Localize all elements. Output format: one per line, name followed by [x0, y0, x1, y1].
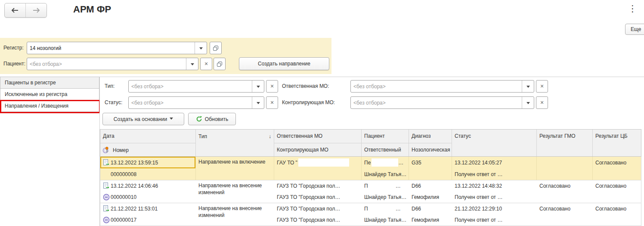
sidebar-tabs: Пациенты в регистре Исключенные из регис…	[0, 77, 99, 112]
row-resp-mo: ГАУЗ ТО "Городская пол…	[277, 183, 340, 189]
column-header-status[interactable]: Статус	[452, 130, 537, 156]
row-patient: Пе	[364, 160, 371, 166]
chevron-down-icon	[526, 86, 530, 90]
redaction-box	[298, 158, 349, 167]
patient-clear-button[interactable]: ×	[200, 58, 212, 70]
ctrl-mo-filter-dropdown-button[interactable]	[522, 97, 534, 108]
type-filter-combo	[128, 80, 264, 93]
patient-open-button[interactable]	[214, 58, 226, 70]
row-date: 13.12.2022 13:59:15	[111, 160, 158, 166]
type-filter-input[interactable]	[129, 80, 252, 92]
status-filter-label: Статус:	[105, 96, 122, 109]
row-diagnosis: G35	[412, 160, 421, 166]
ctrl-mo-filter-combo	[350, 96, 534, 109]
redaction-box	[369, 182, 396, 190]
tab-referrals-notifications[interactable]: Направления / Извещения	[0, 100, 99, 112]
row-diagnosis: D66	[412, 183, 421, 189]
column-header-mo[interactable]: Ответственная МО Контролирующая МО	[274, 130, 362, 156]
clear-icon: ×	[540, 83, 544, 89]
chevron-down-icon	[257, 86, 260, 90]
page-title: АРМ ФР	[73, 4, 111, 15]
row-result-cb: Согласовано	[595, 206, 626, 212]
back-button[interactable]	[5, 3, 25, 17]
tab-excluded-from-registry[interactable]: Исключенные из регистра	[0, 88, 99, 100]
row-diagnosis: D66	[412, 206, 421, 212]
patient-dropdown-button[interactable]	[186, 58, 198, 70]
row-result-gmo: Согласовано	[539, 183, 570, 189]
redaction-box	[369, 205, 396, 213]
row-resp-mo: ГАУ ТО "	[277, 160, 297, 166]
column-header-type[interactable]: Тип ↓	[196, 130, 274, 156]
ctrl-mo-filter-input[interactable]	[351, 97, 522, 108]
create-referral-button[interactable]: Создать направление	[239, 57, 329, 70]
row-type: Направление на внесение изменений	[196, 203, 274, 219]
type-filter-label: Тип:	[105, 80, 115, 93]
row-result-gmo: Согласовано	[539, 206, 570, 212]
ctrl-mo-filter-label: Контролирующая МО:	[282, 96, 335, 109]
column-header-result-cb[interactable]: Результат ЦБ	[593, 130, 641, 156]
more-button[interactable]: Еще	[625, 24, 644, 35]
key-icon	[102, 146, 110, 154]
header-status: Статус	[452, 130, 536, 143]
header-resp-mo: Ответственная МО	[274, 130, 361, 143]
resp-mo-filter-clear-button[interactable]: ×	[536, 80, 548, 93]
resp-mo-filter-input[interactable]	[351, 80, 522, 92]
registry-combo	[27, 42, 207, 54]
clear-icon: ×	[270, 99, 274, 105]
column-header-diagnosis[interactable]: Диагноз Нозологическая	[409, 130, 452, 156]
header-date: Дата	[100, 130, 195, 143]
chevron-down-icon	[199, 47, 203, 51]
forward-button[interactable]	[25, 3, 46, 17]
status-filter-dropdown-button[interactable]	[252, 97, 264, 108]
header-patient: Пациент	[362, 130, 409, 143]
header-nosology: Нозологическая	[409, 143, 452, 156]
status-filter-input[interactable]	[129, 97, 252, 108]
patient-input[interactable]	[27, 58, 186, 70]
row-patient: П	[364, 206, 368, 212]
notification-circle-icon	[103, 194, 110, 201]
tab-patients-in-registry[interactable]: Пациенты в регистре	[0, 77, 99, 89]
registry-label: Регистр:	[3, 42, 24, 54]
header-number: Номер	[113, 144, 129, 157]
row-ctrl-mo: ГАУЗ ТО "Городская пол…	[277, 217, 340, 223]
status-filter-clear-button[interactable]: ×	[266, 96, 278, 109]
open-form-icon	[213, 45, 219, 51]
redaction-box	[372, 158, 398, 167]
type-filter-dropdown-button[interactable]	[252, 80, 264, 92]
type-filter-clear-button[interactable]: ×	[266, 80, 278, 93]
history-nav-group	[4, 3, 47, 18]
arrow-right-icon	[32, 7, 40, 13]
resp-mo-filter-combo	[350, 80, 534, 93]
table-row[interactable]: 13.12.2022 13:59:15000000008Направление …	[100, 157, 641, 180]
chevron-down-icon	[191, 63, 194, 67]
table-body: 13.12.2022 13:59:15000000008Направление …	[100, 157, 641, 226]
referrals-table: Дата Номер Тип ↓	[100, 129, 641, 226]
row-number: 000000008	[111, 171, 136, 177]
row-status-datetime: 13.12.2022 14:48:32	[455, 183, 502, 189]
row-resp-mo: ГАУЗ ТО "Городская пол…	[277, 206, 340, 212]
kebab-menu-icon[interactable]: ⋮	[628, 3, 637, 14]
notification-circle-icon	[103, 217, 110, 223]
column-header-result-gmo[interactable]: Результат ГМО	[537, 130, 593, 156]
ctrl-mo-filter-clear-button[interactable]: ×	[536, 96, 548, 109]
row-status-text: Получен ответ от …	[455, 171, 502, 177]
header-result-gmo: Результат ГМО	[537, 130, 592, 143]
table-row[interactable]: 13.12.2022 14:06:46000000010Направление …	[100, 180, 641, 203]
arm-fr-window: АРМ ФР ⋮ Еще Регистр: Пациент: × Создать…	[0, 0, 644, 226]
clear-icon: ×	[204, 61, 208, 67]
resp-mo-filter-label: Ответственная МО:	[282, 80, 329, 93]
open-form-icon	[217, 61, 223, 67]
registry-open-button[interactable]	[210, 42, 222, 54]
header-type: Тип	[198, 130, 207, 143]
resp-mo-filter-dropdown-button[interactable]	[522, 80, 534, 92]
create-based-on-button[interactable]: Создать на основании	[102, 113, 184, 125]
registry-input[interactable]	[27, 42, 195, 54]
chevron-down-icon	[257, 102, 260, 106]
refresh-button[interactable]: Обновить	[188, 113, 236, 125]
column-header-date-number[interactable]: Дата Номер	[100, 130, 196, 156]
row-responsible: Шнайдер Татья…	[364, 217, 406, 223]
sort-descending-icon: ↓	[269, 130, 271, 143]
table-row[interactable]: 21.12.2022 11:53:01000000017Направление …	[100, 203, 641, 226]
column-header-patient[interactable]: Пациент Ответственный	[362, 130, 409, 156]
registry-dropdown-button[interactable]	[195, 42, 207, 54]
